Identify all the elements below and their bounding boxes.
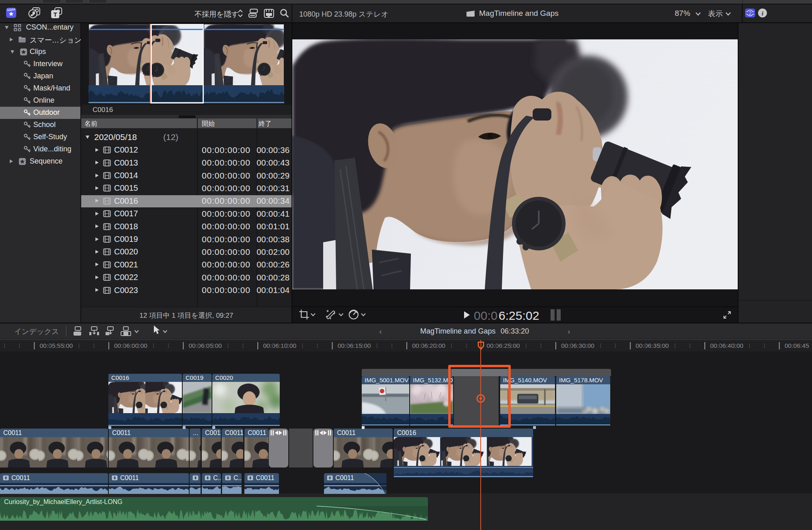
svg-text:T: T <box>53 11 57 18</box>
svg-text:2: 2 <box>749 11 752 16</box>
